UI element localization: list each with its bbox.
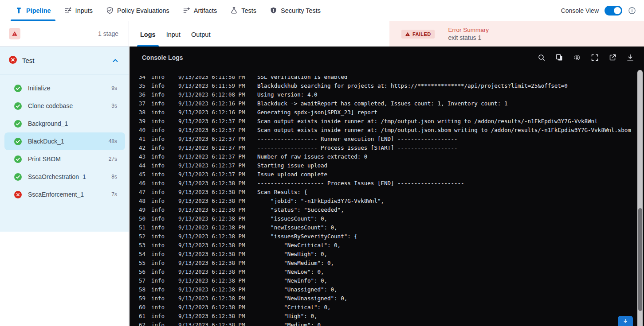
search-icon[interactable] (538, 54, 546, 62)
step-label: BlackDuck_1 (28, 138, 64, 145)
log-message: Scan Results: { (257, 189, 307, 195)
step-blackduck-1[interactable]: BlackDuck_148s (4, 132, 125, 150)
top-navbar: PipelineInputsPolicy EvaluationsArtifact… (0, 0, 644, 21)
log-line-number: 55 (130, 260, 145, 266)
nav-tab-pipeline[interactable]: Pipeline (15, 0, 51, 21)
step-label: Clone codebase (28, 102, 73, 109)
log-timestamp: 9/13/2023 6:12:38 PM (178, 189, 246, 195)
console-view-toggle[interactable] (605, 6, 622, 16)
log-row: 41info9/13/2023 6:12:37 PM--------------… (130, 134, 644, 143)
console-scrollbar-track[interactable] (637, 70, 643, 326)
log-level: info (151, 136, 165, 142)
log-row: 45info9/13/2023 6:12:37 PMIssue upload c… (130, 170, 644, 179)
log-level: info (151, 100, 165, 107)
failed-badge-label: FAILED (412, 31, 431, 37)
x-circle-icon (14, 191, 22, 198)
log-timestamp: 9/13/2023 6:12:38 PM (178, 251, 246, 257)
log-level: info (151, 189, 165, 195)
stage-header[interactable]: Test (0, 47, 129, 75)
log-row: 62info9/13/2023 6:12:38 PM "Medium": 0, (130, 320, 644, 326)
log-lines: 34info9/13/2023 6:11:58 PMSSL verificati… (130, 76, 644, 326)
log-message: "NewInfo": 0, (257, 277, 327, 284)
copy-icon[interactable] (555, 54, 563, 62)
sidebar-summary: 1 stage (0, 21, 129, 47)
step-sscaorchestration-1[interactable]: SscaOrchestration_18s (4, 168, 125, 186)
pipeline-icon (15, 7, 23, 14)
open-in-new-icon[interactable] (609, 54, 617, 62)
log-level: info (151, 215, 165, 222)
scroll-to-bottom-button[interactable] (618, 316, 633, 326)
log-timestamp: 9/13/2023 6:12:38 PM (178, 322, 246, 326)
stage-panel: Test Initialize9sClone codebase3sBackgro… (0, 47, 129, 232)
console-scrollbar-thumb[interactable] (638, 208, 642, 311)
check-circle-icon (14, 85, 22, 92)
step-print-sbom[interactable]: Print SBOM27s (4, 150, 125, 168)
log-line-number: 46 (130, 180, 145, 186)
nav-tab-label: Artifacts (194, 7, 217, 14)
stage-failed-icon (9, 56, 17, 66)
log-row: 37info9/13/2023 6:12:16 PMBlackduck -> a… (130, 99, 644, 108)
log-line-number: 34 (130, 76, 145, 80)
log-timestamp: 9/13/2023 6:12:38 PM (178, 180, 246, 186)
step-clone-codebase[interactable]: Clone codebase3s (4, 97, 125, 115)
settings-icon[interactable] (573, 54, 581, 62)
log-message: "issuesCount": 0, (257, 215, 327, 222)
error-summary-panel: FAILED Error Summary exit status 1 (389, 21, 644, 47)
log-row: 47info9/13/2023 6:12:38 PMScan Results: … (130, 187, 644, 196)
log-message: Using version: 4.0 (257, 91, 317, 98)
nav-tab-label: Pipeline (26, 7, 51, 14)
chevron-up-icon[interactable] (112, 57, 119, 64)
log-level: info (151, 82, 165, 89)
pipeline-warning-icon (9, 28, 20, 39)
nav-tab-tests[interactable]: Tests (230, 0, 256, 21)
log-level: info (151, 76, 165, 80)
log-line-number: 37 (130, 100, 145, 107)
download-icon[interactable] (626, 54, 634, 62)
log-timestamp: 9/13/2023 6:12:38 PM (178, 260, 246, 266)
tab-output[interactable]: Output (191, 31, 211, 47)
step-background-1[interactable]: Background_1 (4, 115, 125, 132)
toggle-knob (614, 7, 621, 14)
step-initialize[interactable]: Initialize9s (4, 79, 125, 97)
nav-tab-label: Tests (241, 7, 256, 14)
nav-tab-inputs[interactable]: Inputs (64, 0, 93, 21)
log-message: "Critical": 0, (257, 304, 331, 310)
log-timestamp: 9/13/2023 6:12:37 PM (178, 127, 246, 133)
console-view-label: Console View (561, 7, 599, 14)
log-pane-header: LogsInputOutput FAILED Error Summary exi… (130, 21, 644, 47)
tab-logs[interactable]: Logs (140, 31, 156, 47)
log-line-number: 54 (130, 251, 145, 257)
info-icon[interactable] (628, 7, 636, 15)
step-duration: 3s (111, 103, 117, 109)
log-level: info (151, 295, 165, 302)
log-timestamp: 9/13/2023 6:12:37 PM (178, 118, 246, 124)
log-level: info (151, 180, 165, 186)
log-message: Scan output exists inside runner at: /tm… (257, 127, 631, 133)
log-line-number: 57 (130, 277, 145, 284)
policy-evaluations-icon (106, 7, 114, 14)
fullscreen-icon[interactable] (591, 54, 599, 62)
log-line-number: 43 (130, 153, 145, 160)
log-line-number: 38 (130, 109, 145, 116)
nav-tab-artifacts[interactable]: Artifacts (183, 0, 217, 21)
console-logs-title: Console Logs (142, 54, 183, 61)
tab-input[interactable]: Input (166, 31, 181, 47)
log-level: info (151, 224, 165, 231)
step-duration: 27s (109, 156, 117, 162)
log-row: 54info9/13/2023 6:12:38 PM "NewHigh": 0, (130, 249, 644, 258)
log-line-number: 62 (130, 322, 145, 326)
log-timestamp: 9/13/2023 6:12:38 PM (178, 242, 246, 248)
log-line-number: 49 (130, 206, 145, 213)
log-timestamp: 9/13/2023 6:12:16 PM (178, 100, 246, 107)
log-level: info (151, 206, 165, 213)
log-timestamp: 9/13/2023 6:12:38 PM (178, 295, 246, 302)
log-row: 44info9/13/2023 6:12:37 PMStarting issue… (130, 161, 644, 170)
log-row: 53info9/13/2023 6:12:38 PM "NewCritical"… (130, 241, 644, 249)
log-viewport: 34info9/13/2023 6:11:58 PMSSL verificati… (130, 76, 644, 326)
nav-tab-security-tests[interactable]: Security Tests (270, 0, 321, 21)
step-sscaenforcement-1[interactable]: SscaEnforcement_17s (4, 186, 125, 203)
log-line-number: 58 (130, 286, 145, 293)
log-row: 34info9/13/2023 6:11:58 PMSSL verificati… (130, 76, 644, 81)
nav-tab-policy-evaluations[interactable]: Policy Evaluations (106, 0, 169, 21)
failed-badge: FAILED (401, 30, 435, 39)
